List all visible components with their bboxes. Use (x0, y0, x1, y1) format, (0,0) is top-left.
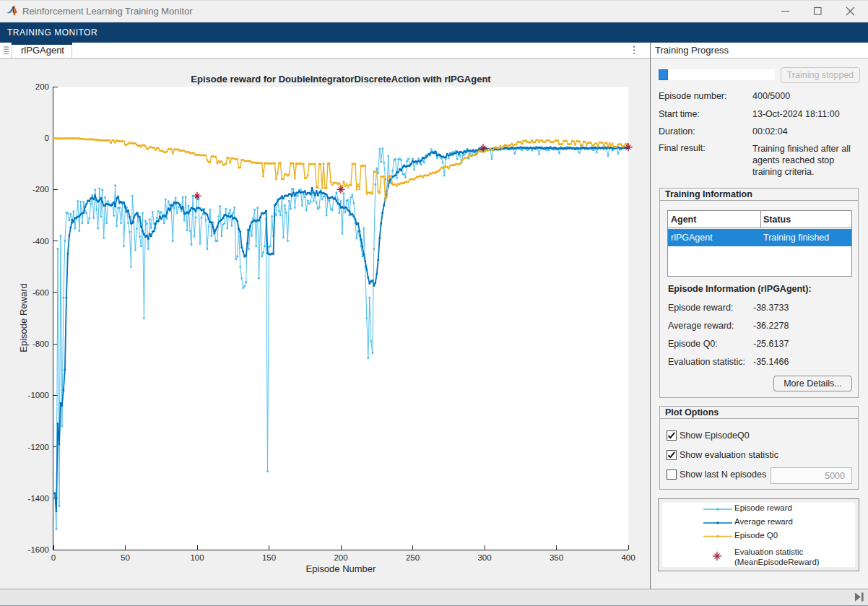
svg-text:Episode Number: Episode Number (306, 563, 376, 574)
svg-text:50: 50 (121, 553, 130, 562)
svg-text:-1400: -1400 (28, 494, 49, 503)
svg-text:-200: -200 (32, 185, 49, 194)
svg-text:150: 150 (262, 553, 276, 562)
svg-text:200: 200 (334, 553, 347, 562)
svg-text:-1600: -1600 (28, 545, 49, 554)
svg-text:250: 250 (406, 553, 420, 562)
svg-text:400: 400 (621, 553, 635, 562)
svg-text:-400: -400 (32, 237, 49, 246)
svg-text:-1000: -1000 (28, 391, 49, 399)
svg-text:-800: -800 (32, 339, 49, 348)
svg-text:-600: -600 (32, 288, 49, 297)
svg-text:-1200: -1200 (28, 443, 49, 451)
svg-text:200: 200 (35, 82, 49, 91)
svg-text:0: 0 (45, 134, 49, 142)
svg-text:Episode Reward: Episode Reward (18, 283, 29, 352)
svg-text:100: 100 (190, 553, 204, 562)
svg-text:Episode reward for DoubleInteg: Episode reward for DoubleIntegratorDiscr… (191, 74, 491, 85)
svg-text:300: 300 (477, 553, 491, 562)
svg-text:350: 350 (550, 553, 563, 562)
svg-text:0: 0 (51, 553, 56, 562)
